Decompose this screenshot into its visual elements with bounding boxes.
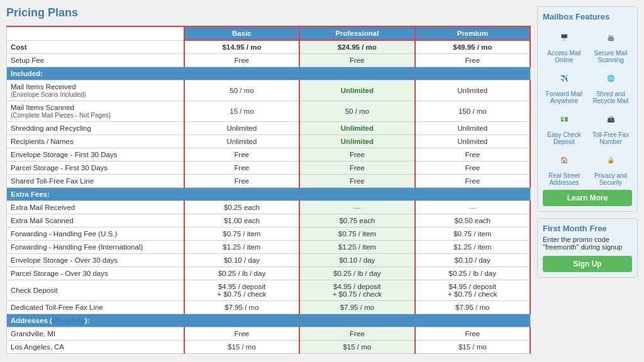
feature-access-mail: 🖥️ Access Mail Online [543,26,586,63]
check-deposit-link[interactable]: Easy Check Deposit [547,131,580,145]
sign-up-button[interactable]: Sign Up [543,256,632,272]
envelope-storage-over-premium: $0.10 / day [415,254,530,267]
forwarding-intl-pro: $1.25 / item [299,241,414,254]
mail-scanned-pro: 50 / mo [299,101,414,122]
parcel-storage-over-basic: $0.25 / lb / day [184,267,299,280]
mail-scanned-premium: 150 / mo [415,101,530,122]
parcel-storage-label: Parcel Storage - First 30 Days [7,162,184,175]
recipients-label: Recipients / Names [7,135,184,148]
los-angeles-pro: $15 / mo [299,341,414,354]
access-mail-icon: 🖥️ [552,26,577,48]
grandville-pro: Free [299,327,414,341]
cost-premium: $49.95 / mo [415,40,530,54]
shredding-row: Shredding and Recycling Unlimited Unlimi… [7,122,531,135]
privacy-icon: 🔒 [598,149,623,171]
learn-more-button[interactable]: Learn More [543,190,632,206]
forwarding-intl-row: Forwarding - Handling Fee (International… [7,241,531,254]
mail-received-pro: Unlimited [299,80,414,101]
addresses-header-label: Addresses (More Info): [7,314,531,327]
parcel-storage-over-pro: $0.25 / lb / day [299,267,414,280]
extra-mail-received-basic: $0.25 each [184,201,299,214]
check-deposit-basic: $4.95 / deposit + $0.75 / check [184,280,299,301]
privacy-link[interactable]: Privacy and Security [594,172,627,186]
recipients-pro: Unlimited [299,135,414,148]
addresses-icon: 🏠 [552,149,577,171]
fax-icon: 📠 [598,108,623,130]
extra-mail-scanned-row: Extra Mail Scanned $1.00 each $0.75 each… [7,214,531,228]
los-angeles-premium: $15 / mo [415,341,530,354]
mail-scanned-label: Mail Items Scanned (Complete Mail Pieces… [7,101,184,122]
forwarding-us-basic: $0.75 / item [184,228,299,241]
forwarding-intl-premium: $1.25 / item [415,241,530,254]
feature-secure-scanning: 🖨️ Secure Mail Scanning [589,26,632,63]
los-angeles-basic: $15 / mo [184,341,299,354]
included-header-row: Included: [7,67,531,80]
parcel-storage-row: Parcel Storage - First 30 Days Free Free… [7,162,531,175]
mail-received-label: Mail Items Received (Envelope Scans Incl… [7,80,184,101]
setup-label: Setup Fee [7,54,184,67]
envelope-storage-pro: Free [299,148,414,162]
extra-fees-header-label: Extra Fees: [7,188,531,201]
fax-line-basic: Free [184,175,299,188]
fax-line-label: Shared Toll-Free Fax Line [7,175,184,188]
parcel-storage-over-premium: $0.25 / lb / day [415,267,530,280]
extra-mail-scanned-premium: $0.50 each [415,214,530,228]
mail-scanned-basic: 15 / mo [184,101,299,122]
feature-grid: 🖥️ Access Mail Online 🖨️ Secure Mail Sca… [543,26,632,186]
shredding-pro: Unlimited [299,122,414,135]
shredding-basic: Unlimited [184,122,299,135]
recipients-row: Recipients / Names Unlimited Unlimited U… [7,135,531,148]
promo-title: First Month Free [543,224,632,233]
feature-shred-mail: 🌐 Shred and Recycle Mail [589,67,632,104]
feature-fax: 📠 Toll-Free Fax Number [589,108,632,145]
grandville-label: Grandville, MI [7,327,184,341]
extra-mail-scanned-pro: $0.75 each [299,214,414,228]
forwarding-intl-label: Forwarding - Handling Fee (International… [7,241,184,254]
forwarding-us-row: Forwarding - Handling Fee (U.S.) $0.75 /… [7,228,531,241]
fax-link[interactable]: Toll-Free Fax Number [592,131,629,145]
parcel-storage-over-label: Parcel Storage - Over 30 days [7,267,184,280]
feature-check-deposit: 💵 Easy Check Deposit [543,108,586,145]
envelope-storage-premium: Free [415,148,530,162]
addresses-link[interactable]: Real Street Addresses [548,172,580,186]
setup-pro: Free [299,54,414,67]
cost-row: Cost $14.95 / mo $24.95 / mo $49.95 / mo [7,40,531,54]
fax-line-row: Shared Toll-Free Fax Line Free Free Free [7,175,531,188]
recipients-basic: Unlimited [184,135,299,148]
forward-mail-link[interactable]: Forward Mail Anywhere [546,90,582,104]
check-deposit-premium: $4.95 / deposit + $0.75 / check [415,280,530,301]
feature-privacy: 🔒 Privacy and Security [589,149,632,186]
col-premium-header[interactable]: Premium [415,26,530,40]
check-deposit-pro: $4.95 / deposit + $0.75 / check [299,280,414,301]
shredding-label: Shredding and Recycling [7,122,184,135]
setup-row: Setup Fee Free Free Free [7,54,531,67]
shredding-premium: Unlimited [415,122,530,135]
sidebar: Mailbox Features 🖥️ Access Mail Online 🖨… [537,6,638,354]
envelope-storage-over-pro: $0.10 / day [299,254,414,267]
col-label-header [7,26,184,40]
parcel-storage-pro: Free [299,162,414,175]
col-pro-header[interactable]: Professional [299,26,414,40]
forward-mail-icon: ✈️ [552,67,577,89]
addresses-header-row: Addresses (More Info): [7,314,531,327]
fax-line-premium: Free [415,175,530,188]
grandville-basic: Free [184,327,299,341]
extra-mail-scanned-label: Extra Mail Scanned [7,214,184,228]
extra-fees-header-row: Extra Fees: [7,188,531,201]
envelope-storage-label: Envelope Storage - First 30 Days [7,148,184,162]
cost-basic: $14.95 / mo [184,40,299,54]
access-mail-link[interactable]: Access Mail Online [547,50,580,63]
secure-scanning-link[interactable]: Secure Mail Scanning [594,50,628,63]
check-deposit-icon: 💵 [552,108,577,130]
page-title: Pricing Plans [6,6,531,19]
extra-mail-scanned-basic: $1.00 each [184,214,299,228]
shred-mail-link[interactable]: Shred and Recycle Mail [593,90,629,104]
more-info-link[interactable]: More Info [52,317,85,324]
forwarding-us-label: Forwarding - Handling Fee (U.S.) [7,228,184,241]
pricing-table: Basic Professional Premium Cost $14.95 /… [6,26,531,354]
parcel-storage-premium: Free [415,162,530,175]
check-deposit-label: Check Deposit [7,280,184,301]
cost-label: Cost [7,40,184,54]
mail-scanned-row: Mail Items Scanned (Complete Mail Pieces… [7,101,531,122]
col-basic-header[interactable]: Basic [184,26,299,40]
